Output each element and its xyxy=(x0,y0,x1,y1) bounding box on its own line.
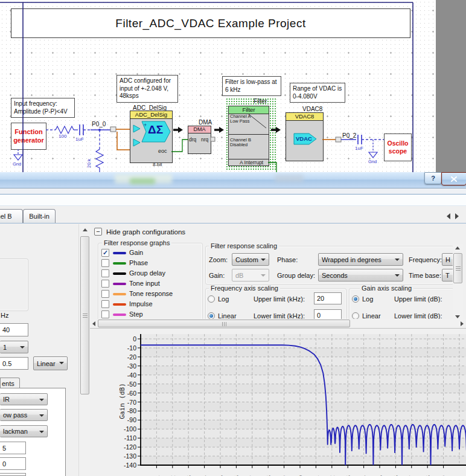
close-icon xyxy=(451,176,457,182)
svg-text:-70: -70 xyxy=(127,399,136,406)
filter-selection-label: Filter xyxy=(254,98,267,105)
tab-channel-b-label: nnel B xyxy=(0,213,12,220)
config-hscroll-thumb[interactable] xyxy=(98,320,350,327)
function-generator-box[interactable]: Function generator xyxy=(11,123,46,150)
scroll-left-icon[interactable] xyxy=(92,321,95,326)
svg-text:-60: -60 xyxy=(127,390,136,397)
dma-drq-pin: drq xyxy=(189,137,196,143)
linear-dropdown[interactable]: Linear xyxy=(33,356,68,370)
ripple-field[interactable]: 0.5 xyxy=(0,357,28,370)
graph-checkbox-tone-input[interactable] xyxy=(101,280,109,288)
divider-dropdown[interactable]: 1 xyxy=(0,341,28,353)
graph-item-label: Phase xyxy=(129,259,148,266)
note-vdac[interactable]: Range of VDAC is 0-4.080V xyxy=(290,83,345,103)
svg-text:-140: -140 xyxy=(124,462,136,469)
phase-label: Phase: xyxy=(277,256,298,263)
filter-channel-a-mode: Low Pass xyxy=(230,118,250,124)
freq-upper-field[interactable]: 20 xyxy=(314,292,342,304)
collapse-icon: − xyxy=(96,228,100,235)
linear-value: Linear xyxy=(37,360,56,367)
coefficients-tab-label: ents xyxy=(2,380,14,387)
config-horizontal-scrollbar[interactable] xyxy=(90,319,466,328)
vscroll-grip xyxy=(83,314,88,318)
scroll-up-icon[interactable] xyxy=(455,246,460,249)
scroll-up-icon[interactable] xyxy=(83,228,88,231)
filter-type-dropdown[interactable]: IR xyxy=(0,393,48,405)
gain-units-dropdown[interactable]: dB xyxy=(232,269,269,281)
gain-log-label: Log xyxy=(362,295,373,303)
param-field-c[interactable] xyxy=(0,473,26,476)
tab-channel-b[interactable]: nnel B xyxy=(0,209,23,223)
freq-lower-field[interactable]: 0 xyxy=(314,309,342,319)
gnd-right-label: Gnd xyxy=(368,159,377,164)
adc-instance-label: ADC_DelSig xyxy=(133,105,167,111)
collapse-button[interactable]: − xyxy=(94,228,102,236)
close-button[interactable] xyxy=(441,172,466,185)
adc-plus-sign: + xyxy=(144,122,147,128)
param-field-a[interactable]: 5 xyxy=(0,442,26,454)
note-adc[interactable]: ADC configured for input of +-2.048 V, 4… xyxy=(116,75,178,103)
chevron-down-icon xyxy=(395,259,400,261)
ripple-value: 0.5 xyxy=(2,360,11,367)
response-dropdown[interactable]: ow pass xyxy=(0,409,48,421)
scroll-down-icon[interactable] xyxy=(455,315,460,318)
hide-config-label[interactable]: Hide graph configurations xyxy=(106,228,185,236)
gain-upper-label: Upper limit (dB): xyxy=(394,295,442,303)
graph-checkbox-impulse[interactable] xyxy=(101,300,109,308)
schematic-title-box[interactable]: Filter_ADC_VDAC Example Project xyxy=(11,8,410,38)
help-button[interactable]: ? xyxy=(424,172,442,184)
adc-resolution-label: 8-bit xyxy=(153,162,162,168)
dialog-titlebar[interactable]: ? xyxy=(0,172,466,188)
hz-label: Hz xyxy=(1,312,8,319)
graph-item-label: Impulse xyxy=(129,300,153,307)
schematic-canvas[interactable]: Filter_ADC_VDAC Example Project ADC conf… xyxy=(0,0,466,172)
freq-log-radio[interactable] xyxy=(208,295,215,303)
cutoff-value: 40 xyxy=(2,326,10,333)
cutoff-field[interactable]: 40 xyxy=(0,323,28,336)
freq-upper-value: 20 xyxy=(317,295,324,302)
freq-lower-value: 0 xyxy=(317,312,321,319)
scroll-right-icon[interactable] xyxy=(461,321,464,326)
zoom-value: Custom xyxy=(235,256,258,263)
series-color-swatch xyxy=(113,252,126,254)
adc-delsig-symbol-text: ΔΣ xyxy=(148,123,163,137)
graph-checkbox-phase[interactable] xyxy=(101,259,109,267)
oscilloscope-box[interactable]: Oscillo scope xyxy=(384,133,412,161)
coefficients-tab[interactable]: ents xyxy=(0,378,20,388)
window-dropdown[interactable]: lackman xyxy=(0,425,48,437)
param-field-b[interactable]: 0 xyxy=(0,457,26,470)
tab-built-in[interactable]: Built-in xyxy=(23,209,56,223)
graph-item-label: Step xyxy=(129,310,143,318)
note-filter[interactable]: Filter is low-pass at 6 kHz xyxy=(222,76,281,96)
graph-checkbox-step[interactable] xyxy=(101,310,109,318)
tabstrip-border xyxy=(0,223,466,224)
frequency-value: H xyxy=(445,256,450,263)
main-vertical-scrollbar[interactable] xyxy=(78,224,91,476)
scaling-group-title: Filter response scaling xyxy=(209,242,279,249)
freq-axis-title: Frequency axis scaling xyxy=(209,285,280,292)
tab-scroll-right-icon[interactable] xyxy=(455,213,459,219)
config-vscroll-thumb[interactable] xyxy=(453,253,462,283)
gain-log-radio[interactable] xyxy=(352,295,359,303)
vscroll-grip xyxy=(456,266,461,271)
graph-checkbox-group-delay[interactable] xyxy=(101,269,109,277)
graph-item-label: Tone response xyxy=(129,290,173,297)
freq-linear-radio[interactable] xyxy=(208,312,215,319)
gain-linear-radio[interactable] xyxy=(352,312,359,319)
note-input[interactable]: Input frequency: Amplitude (P-P)<4V xyxy=(11,98,75,118)
graph-checkbox-gain[interactable]: ✓ xyxy=(101,249,109,257)
chevron-down-icon xyxy=(261,259,266,261)
graph-checkbox-tone-response[interactable] xyxy=(101,290,109,298)
config-vertical-scrollbar[interactable] xyxy=(453,244,463,321)
filter-customizer-window: Filter_ADC_VDAC Example Project ADC conf… xyxy=(0,0,466,476)
chevron-down-icon xyxy=(39,399,44,401)
phase-dropdown[interactable]: Wrapped in degrees xyxy=(318,253,403,266)
main-vscroll-thumb[interactable] xyxy=(80,236,89,394)
group-delay-label: Group delay: xyxy=(277,272,315,279)
adc-block[interactable]: ADC_DelSig xyxy=(130,111,173,163)
svg-text:-20: -20 xyxy=(127,353,136,361)
tab-scroll-left-icon[interactable] xyxy=(447,213,450,219)
svg-text:-90: -90 xyxy=(127,416,136,423)
zoom-dropdown[interactable]: Custom xyxy=(232,253,269,266)
group-delay-dropdown[interactable]: Seconds xyxy=(318,269,403,281)
